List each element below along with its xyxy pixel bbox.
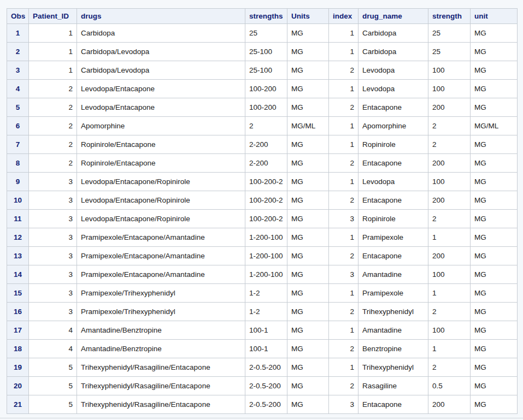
cell-strength: 100	[428, 173, 471, 191]
table-row: 215Trihexyphenidyl/Rasagiline/Entacapone…	[7, 395, 518, 414]
column-header-drug_name: drug_name	[359, 9, 428, 24]
cell-strengths: 2	[245, 117, 287, 135]
cell-drugs: Amantadine/Benztropine	[77, 321, 245, 340]
sas-output-page: ObsPatient_IDdrugsstrengthsUnitsindexdru…	[0, 0, 523, 414]
cell-strengths: 1-200-100	[245, 247, 287, 265]
cell-index: 1	[329, 24, 359, 43]
cell-strengths: 1-2	[245, 284, 287, 303]
cell-index: 1	[329, 358, 359, 377]
cell-patient_id: 3	[29, 265, 77, 284]
column-header-drugs: drugs	[77, 9, 245, 24]
cell-drugs: Apomorphine	[77, 117, 245, 135]
cell-strengths: 25	[245, 24, 287, 43]
cell-patient_id: 1	[29, 61, 77, 80]
cell-patient_id: 2	[29, 154, 77, 173]
cell-unit: MG	[471, 265, 518, 284]
cell-strengths: 25-100	[245, 43, 287, 61]
table-row: 195Trihexyphenidyl/Rasagiline/Entacapone…	[7, 358, 518, 377]
cell-units: MG	[287, 173, 329, 191]
cell-index: 2	[329, 247, 359, 265]
cell-index: 2	[329, 377, 359, 395]
cell-index: 2	[329, 61, 359, 80]
cell-patient_id: 3	[29, 210, 77, 228]
obs-rowheader-cell: 7	[7, 135, 29, 154]
cell-unit: MG/ML	[471, 117, 518, 135]
column-header-obs: Obs	[7, 9, 29, 24]
cell-units: MG	[287, 395, 329, 414]
cell-drug_name: Benztropine	[359, 340, 428, 358]
table-row: 205Trihexyphenidyl/Rasagiline/Entacapone…	[7, 377, 518, 395]
obs-rowheader-cell: 9	[7, 173, 29, 191]
cell-strength: 2	[428, 210, 471, 228]
column-header-unit: unit	[471, 9, 518, 24]
cell-index: 2	[329, 303, 359, 321]
cell-index: 1	[329, 117, 359, 135]
column-header-patient_id: Patient_ID	[29, 9, 77, 24]
cell-drug_name: Carbidopa	[359, 43, 428, 61]
obs-rowheader-cell: 17	[7, 321, 29, 340]
cell-patient_id: 1	[29, 24, 77, 43]
cell-drugs: Pramipexole/Entacapone/Amantadine	[77, 247, 245, 265]
cell-strengths: 1-200-100	[245, 228, 287, 247]
cell-drugs: Ropinirole/Entacapone	[77, 135, 245, 154]
cell-index: 2	[329, 191, 359, 210]
cell-units: MG	[287, 210, 329, 228]
cell-unit: MG	[471, 358, 518, 377]
column-header-strengths: strengths	[245, 9, 287, 24]
cell-units: MG/ML	[287, 117, 329, 135]
cell-units: MG	[287, 340, 329, 358]
cell-index: 1	[329, 80, 359, 98]
obs-rowheader-cell: 18	[7, 340, 29, 358]
cell-patient_id: 3	[29, 247, 77, 265]
cell-strength: 200	[428, 98, 471, 117]
cell-units: MG	[287, 284, 329, 303]
cell-drug_name: Carbidopa	[359, 24, 428, 43]
cell-unit: MG	[471, 377, 518, 395]
cell-patient_id: 4	[29, 321, 77, 340]
cell-units: MG	[287, 24, 329, 43]
cell-strengths: 100-200-2	[245, 210, 287, 228]
obs-rowheader-cell: 12	[7, 228, 29, 247]
table-row: 11Carbidopa25MG1Carbidopa25MG	[7, 24, 518, 43]
table-row: 52Levodopa/Entacapone100-200MG2Entacapon…	[7, 98, 518, 117]
cell-drugs: Trihexyphenidyl/Rasagiline/Entacapone	[77, 395, 245, 414]
cell-unit: MG	[471, 135, 518, 154]
cell-patient_id: 5	[29, 358, 77, 377]
cell-drug_name: Apomorphine	[359, 117, 428, 135]
obs-rowheader-cell: 5	[7, 98, 29, 117]
cell-drugs: Levodopa/Entacapone/Ropinirole	[77, 210, 245, 228]
cell-unit: MG	[471, 284, 518, 303]
obs-rowheader-cell: 19	[7, 358, 29, 377]
cell-index: 1	[329, 228, 359, 247]
cell-strength: 200	[428, 191, 471, 210]
cell-drug_name: Ropinirole	[359, 135, 428, 154]
cell-unit: MG	[471, 210, 518, 228]
cell-strengths: 100-1	[245, 321, 287, 340]
table-body: 11Carbidopa25MG1Carbidopa25MG21Carbidopa…	[7, 24, 518, 414]
cell-strength: 1	[428, 228, 471, 247]
cell-drugs: Pramipexole/Trihexyphenidyl	[77, 303, 245, 321]
cell-strength: 100	[428, 80, 471, 98]
cell-strength: 25	[428, 43, 471, 61]
table-row: 21Carbidopa/Levodopa25-100MG1Carbidopa25…	[7, 43, 518, 61]
cell-drug_name: Rasagiline	[359, 377, 428, 395]
cell-drugs: Levodopa/Entacapone/Ropinirole	[77, 173, 245, 191]
table-row: 93Levodopa/Entacapone/Ropinirole100-200-…	[7, 173, 518, 191]
cell-strength: 2	[428, 303, 471, 321]
cell-drugs: Levodopa/Entacapone	[77, 98, 245, 117]
cell-patient_id: 5	[29, 395, 77, 414]
cell-patient_id: 3	[29, 228, 77, 247]
obs-rowheader-cell: 16	[7, 303, 29, 321]
cell-units: MG	[287, 135, 329, 154]
table-row: 153Pramipexole/Trihexyphenidyl1-2MG1Pram…	[7, 284, 518, 303]
obs-rowheader-cell: 13	[7, 247, 29, 265]
cell-unit: MG	[471, 98, 518, 117]
header-row: ObsPatient_IDdrugsstrengthsUnitsindexdru…	[7, 9, 518, 24]
cell-patient_id: 2	[29, 135, 77, 154]
cell-strength: 25	[428, 24, 471, 43]
table-row: 42Levodopa/Entacapone100-200MG1Levodopa1…	[7, 80, 518, 98]
cell-strengths: 2-200	[245, 135, 287, 154]
cell-strength: 100	[428, 265, 471, 284]
cell-index: 2	[329, 340, 359, 358]
cell-units: MG	[287, 43, 329, 61]
